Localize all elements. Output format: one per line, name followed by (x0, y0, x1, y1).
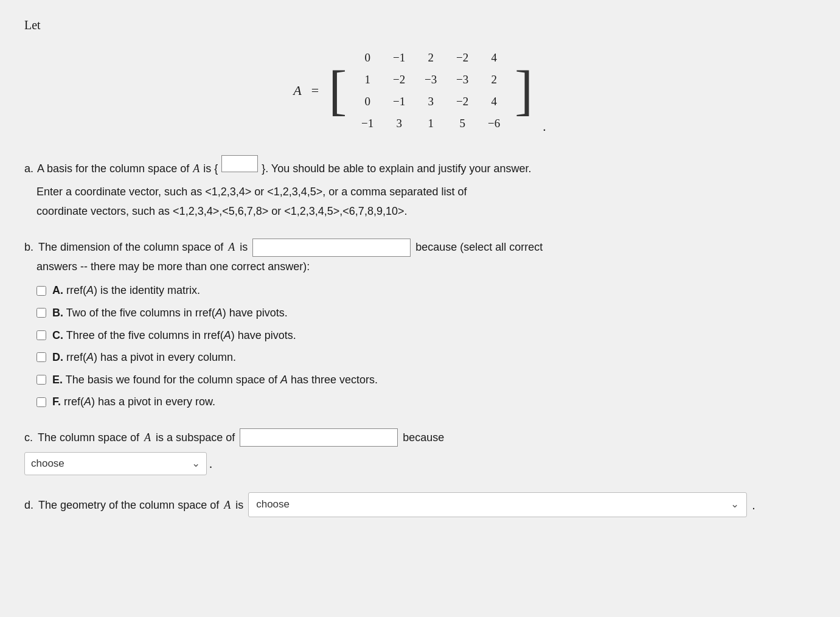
part-b-text2: is (240, 238, 248, 257)
part-d-text1: The geometry of the column space of (38, 496, 219, 515)
matrix-cell: −1 (387, 51, 411, 64)
part-a-A: A (193, 159, 200, 178)
part-a-text2: is { (203, 159, 218, 178)
part-d: d. The geometry of the column space of A… (24, 492, 815, 517)
matrix-cell: 3 (387, 117, 411, 130)
checkbox-item-d: D. rref(A) has a pivot in every column. (36, 348, 815, 367)
matrix-cell: 4 (482, 51, 506, 64)
part-a: a. A basis for the column space of A is … (24, 155, 815, 221)
part-b-answers-text: answers -- there may be more than one co… (36, 257, 815, 276)
part-d-dropdown-text: choose (256, 496, 724, 514)
matrix-cell: 1 (355, 73, 380, 86)
part-d-period: . (752, 495, 755, 515)
matrix-cell: 0 (355, 95, 380, 108)
part-c-label: c. (24, 428, 33, 447)
part-b-A: A (228, 238, 235, 257)
matrix-cell: 1 (418, 117, 443, 130)
part-d-dropdown[interactable]: choose ⌄ (248, 492, 747, 517)
part-c: c. The column space of A is a subspace o… (24, 428, 815, 475)
matrix-cell: 2 (418, 51, 443, 64)
part-a-label: a. (24, 159, 33, 178)
matrix-equals: = (311, 83, 319, 99)
checkbox-label-f: F. rref(A) has a pivot in every row. (52, 392, 215, 411)
part-d-chevron-icon: ⌄ (731, 496, 739, 514)
checkbox-label-d: D. rref(A) has a pivot in every column. (52, 348, 236, 367)
part-c-text1: The column space of (38, 428, 139, 447)
part-c-dropdown-text: choose (31, 455, 186, 473)
checkbox-d[interactable] (36, 352, 46, 362)
checkbox-c[interactable] (36, 330, 46, 340)
checkbox-label-a: A. rref(A) is the identity matrix. (52, 281, 200, 300)
matrix-period: . (543, 119, 546, 137)
part-d-row: d. The geometry of the column space of A… (24, 492, 815, 517)
part-b-text1: The dimension of the column space of (38, 238, 223, 257)
matrix-cell: 2 (482, 73, 506, 86)
part-c-text3: because (403, 428, 444, 447)
matrix-label: A (293, 83, 301, 99)
matrix-bracket-left: [ (328, 44, 347, 137)
part-c-dropdown[interactable]: choose ⌄ (24, 452, 207, 476)
checkbox-label-e: E. The basis we found for the column spa… (52, 371, 378, 389)
part-d-A: A (224, 496, 231, 515)
part-c-row: c. The column space of A is a subspace o… (24, 428, 815, 447)
matrix-grid: 0−12−241−2−3−320−13−24−1315−6 (347, 44, 515, 137)
matrix-section: A = [ 0−12−241−2−3−320−13−24−1315−6 ] . (24, 44, 815, 137)
matrix-cell: 4 (482, 95, 506, 108)
part-d-text2: is (235, 496, 243, 515)
matrix-cell: 3 (418, 95, 443, 108)
checkbox-label-c: C. Three of the five columns in rref(A) … (52, 326, 296, 345)
matrix-cell: −3 (450, 73, 474, 86)
checkbox-item-a: A. rref(A) is the identity matrix. (36, 281, 815, 300)
matrix-cell: 0 (355, 51, 380, 64)
matrix-cell: 5 (450, 117, 474, 130)
checkbox-b[interactable] (36, 308, 46, 318)
basis-input[interactable] (221, 155, 258, 172)
checkbox-a[interactable] (36, 286, 46, 296)
part-c-dropdown-row: choose ⌄ . (24, 452, 815, 476)
part-a-hint: Enter a coordinate vector, such as <1,2,… (36, 182, 815, 221)
matrix-cell: −1 (387, 95, 411, 108)
part-a-text1: A basis for the column space of (37, 159, 189, 178)
checkbox-item-e: E. The basis we found for the column spa… (36, 371, 815, 389)
let-label: Let (24, 18, 815, 32)
part-a-text3: }. You should be able to explain and jus… (262, 159, 531, 178)
checkbox-item-f: F. rref(A) has a pivot in every row. (36, 392, 815, 411)
matrix-cell: −6 (482, 117, 506, 130)
part-c-chevron-icon: ⌄ (192, 455, 200, 473)
subspace-input[interactable] (240, 428, 398, 447)
checkbox-item-c: C. Three of the five columns in rref(A) … (36, 326, 815, 345)
dimension-input[interactable] (252, 239, 411, 257)
matrix-cell: −1 (355, 117, 380, 130)
checkbox-e[interactable] (36, 375, 46, 385)
checkbox-item-b: B. Two of the five columns in rref(A) ha… (36, 304, 815, 322)
checkbox-f[interactable] (36, 397, 46, 407)
matrix-cell: −3 (418, 73, 443, 86)
matrix-cell: −2 (450, 51, 474, 64)
part-c-A: A (144, 428, 151, 447)
checkbox-list: A. rref(A) is the identity matrix.B. Two… (36, 281, 815, 411)
part-c-text2: is a subspace of (156, 428, 235, 447)
matrix-bracket-right: ] (515, 44, 533, 137)
part-c-period: . (209, 453, 212, 474)
part-b: b. The dimension of the column space of … (24, 238, 815, 411)
part-a-hint2: coordinate vectors, such as <1,2,3,4>,<5… (36, 205, 407, 217)
matrix-equation: A = [ 0−12−241−2−3−320−13−24−1315−6 ] . (293, 44, 546, 137)
part-b-row: b. The dimension of the column space of … (24, 238, 815, 257)
part-a-row: a. A basis for the column space of A is … (24, 155, 815, 178)
matrix-cell: −2 (387, 73, 411, 86)
matrix-cell: −2 (450, 95, 474, 108)
checkbox-label-b: B. Two of the five columns in rref(A) ha… (52, 304, 288, 322)
part-b-text3: because (select all correct (415, 238, 543, 257)
part-a-hint1: Enter a coordinate vector, such as <1,2,… (36, 186, 467, 198)
part-b-label: b. (24, 238, 33, 257)
page-content: Let A = [ 0−12−241−2−3−320−13−24−1315−6 … (24, 18, 815, 517)
part-d-label: d. (24, 496, 33, 515)
matrix-wrapper: [ 0−12−241−2−3−320−13−24−1315−6 ] (328, 44, 533, 137)
